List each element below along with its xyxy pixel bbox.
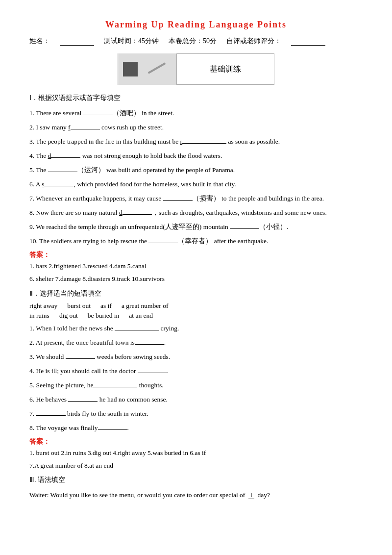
list-item: 5. Seeing the picture, he thoughts. <box>29 378 363 392</box>
phrase: dig out <box>59 312 78 320</box>
header-icon <box>118 53 177 85</box>
answer1-label: 答案： <box>29 251 363 259</box>
page-title: Warming Up Reading Language Points <box>29 20 363 30</box>
section2-items: 1. When I told her the news she crying. … <box>29 322 363 434</box>
phrases-row1: right away burst out as if a great numbe… <box>29 302 363 310</box>
phrase: in ruins <box>29 312 49 320</box>
section3-title: Ⅲ. 语法填空 <box>29 476 363 484</box>
blank[interactable] <box>98 429 127 430</box>
phrase: be buried in <box>88 312 119 320</box>
answer2-label: 答案： <box>29 437 363 446</box>
list-item: Waiter: Would you like to see the menu, … <box>29 488 363 502</box>
section2: Ⅱ．选择适当的短语填空 right away burst out as if a… <box>29 289 363 472</box>
answer2-text: 1. burst out 2.in ruins 3.dig out 4.righ… <box>29 447 363 472</box>
list-item: 3. We should weeds before sowing seeds. <box>29 350 363 363</box>
blank[interactable] <box>66 358 95 359</box>
list-item: 8. Now there are so many natural d，such … <box>29 206 363 219</box>
section1: Ⅰ．根据汉语提示或首字母填空 1. There are several （酒吧）… <box>29 94 363 285</box>
blank[interactable] <box>135 344 164 345</box>
section3: Ⅲ. 语法填空 Waiter: Would you like to see th… <box>29 476 363 502</box>
list-item: 8. The voyage was finally. <box>29 421 363 434</box>
blank[interactable] <box>48 172 77 172</box>
comment-field[interactable] <box>291 37 325 46</box>
list-item: 4. He is ill; you should call in the doc… <box>29 364 363 378</box>
blank[interactable] <box>122 214 152 215</box>
section1-title: Ⅰ．根据汉语提示或首字母填空 <box>29 94 363 102</box>
phrase: as if <box>100 302 112 310</box>
section2-title: Ⅱ．选择适当的短语填空 <box>29 289 363 298</box>
section3-items: Waiter: Would you like to see the menu, … <box>29 488 363 502</box>
phrase: burst out <box>67 302 91 310</box>
blank[interactable] <box>182 143 226 144</box>
list-item: 3. The people trapped in the fire in thi… <box>29 135 363 148</box>
blank[interactable] <box>148 243 178 243</box>
list-item: 6. He behaves he had no common sense. <box>29 393 363 406</box>
blank[interactable] <box>163 200 193 201</box>
list-item: 5. The （运河） was built and operated by th… <box>29 163 363 177</box>
phrases-row2: in ruins dig out be buried in at an end <box>29 312 363 320</box>
answer1-text: 1. bars 2.frightened 3.rescued 4.dam 5.c… <box>29 260 363 285</box>
header-box: 基础训练 <box>29 53 363 85</box>
time-label: 测试时间：45分钟 <box>104 37 159 46</box>
blank[interactable] <box>230 228 259 229</box>
list-item: 2. At present, the once beautiful town i… <box>29 336 363 349</box>
list-item: 7. birds fly to the south in winter. <box>29 407 363 420</box>
comment-label: 自评或老师评分： <box>226 37 281 46</box>
section1-items: 1. There are several （酒吧） in the street.… <box>29 106 363 248</box>
name-label: 姓名： <box>29 37 50 46</box>
blank[interactable] <box>138 373 167 373</box>
info-row: 姓名： 测试时间：45分钟 本卷总分：50分 自评或老师评分： <box>29 37 363 46</box>
blank[interactable] <box>44 186 74 186</box>
list-item: 2. I saw many f cows rush up the street. <box>29 121 363 134</box>
blank[interactable] <box>93 387 137 387</box>
list-item: 7. Whenever an earthquake happens, it ma… <box>29 192 363 205</box>
blank[interactable] <box>68 401 98 402</box>
list-item: 1. There are several （酒吧） in the street. <box>29 106 363 120</box>
list-item: 10. The soldiers are trying to help resc… <box>29 234 363 248</box>
phrase: a great number of <box>122 302 169 310</box>
name-field[interactable] <box>60 37 94 46</box>
blank[interactable] <box>36 415 66 416</box>
phrase: at an end <box>129 312 153 320</box>
blank[interactable] <box>115 330 159 330</box>
blank[interactable] <box>71 129 100 129</box>
header-box-text: 基础训练 <box>177 64 274 75</box>
phrase: right away <box>29 302 57 310</box>
list-item: 4. The d was not strong enough to hold b… <box>29 149 363 162</box>
list-item: 6. A s, which provided food for the home… <box>29 177 363 191</box>
list-item: 9. We reached the temple through an unfr… <box>29 220 363 233</box>
blank[interactable] <box>51 157 80 158</box>
blank[interactable] <box>83 115 113 115</box>
total-label: 本卷总分：50分 <box>169 37 217 46</box>
list-item: 1. When I told her the news she crying. <box>29 322 363 335</box>
